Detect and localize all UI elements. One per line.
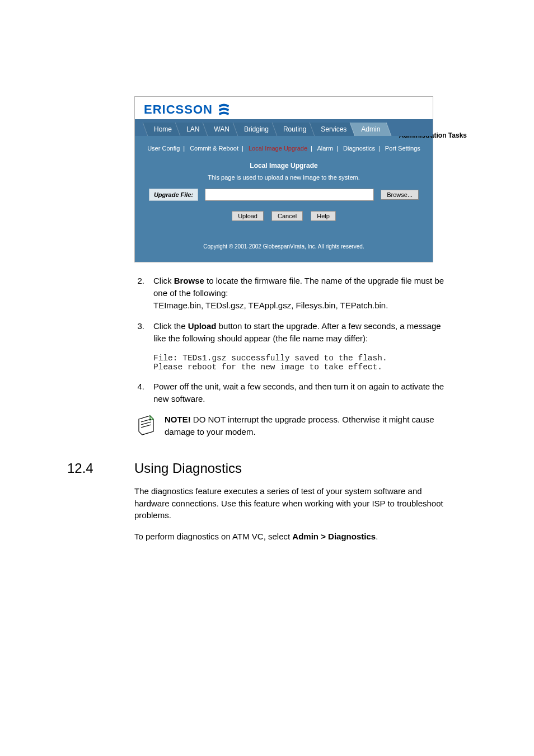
tab-bridging[interactable]: Bridging (235, 123, 278, 136)
separator: | (238, 145, 247, 152)
body-paragraph-2: To perform diagnostics on ATM VC, select… (134, 530, 444, 543)
section-heading: 12.4 Using Diagnostics (134, 461, 467, 476)
panel-title: Local Image Upgrade (135, 158, 433, 173)
step-text: Power off the unit, wait a few seconds, … (153, 381, 444, 405)
text: TEImage.bin, TEDsl.gsz, TEAppl.gsz, File… (153, 300, 388, 310)
screenshot-panel: ERICSSON Home LAN WAN Bridging Routing S… (134, 96, 433, 262)
tab-label: Services (321, 125, 346, 133)
subnav-port-settings[interactable]: Port Settings (385, 145, 420, 152)
main-tabs: Home LAN WAN Bridging Routing Services A… (135, 119, 433, 136)
section-number: 12.4 (67, 461, 114, 476)
step-number: 3. (134, 320, 144, 345)
step-2: 2. Click Browse to locate the firmware f… (134, 275, 444, 311)
separator: | (375, 145, 383, 152)
upgrade-file-label: Upgrade File: (149, 189, 198, 201)
tab-label: Routing (283, 125, 306, 133)
text: To perform diagnostics on ATM VC, select (134, 532, 292, 541)
bold-text: Upload (188, 321, 217, 331)
note-text: NOTE! DO NOT interrupt the upgrade proce… (165, 414, 444, 438)
bold-text: Browse (174, 276, 204, 285)
subnav: User Config| Commit & Reboot| Local Imag… (135, 136, 433, 158)
brand-header: ERICSSON (135, 97, 433, 119)
text: Click (153, 276, 174, 285)
note-bold: NOTE! (165, 415, 191, 424)
note-block: NOTE! DO NOT interrupt the upgrade proce… (134, 414, 444, 438)
bold-text: Admin > Diagnostics (292, 532, 376, 541)
subnav-commit-reboot[interactable]: Commit & Reboot (190, 145, 238, 152)
help-button[interactable]: Help (311, 211, 336, 221)
separator: | (333, 145, 341, 152)
separator: | (307, 145, 316, 152)
tab-label: Admin (361, 125, 380, 133)
tab-routing[interactable]: Routing (274, 123, 315, 136)
browse-button[interactable]: Browse... (381, 190, 419, 200)
body-paragraph-1: The diagnostics feature executes a serie… (134, 485, 444, 522)
cancel-button[interactable]: Cancel (271, 211, 303, 221)
panel-buttons: Upload Cancel Help (135, 211, 433, 238)
step-3: 3. Click the Upload button to start the … (134, 320, 444, 345)
step-text: Click Browse to locate the firmware file… (153, 275, 444, 311)
tab-services[interactable]: Services (312, 123, 355, 136)
step-number: 4. (134, 381, 144, 405)
upgrade-file-input[interactable] (205, 189, 374, 201)
code-block: File: TEDs1.gsz successfully saved to th… (153, 354, 444, 372)
text: Click the (153, 321, 188, 331)
panel-subtitle: This page is used to upload a new image … (135, 173, 433, 189)
step-number: 2. (134, 275, 144, 311)
note-icon (134, 414, 157, 436)
section-title: Using Diagnostics (134, 461, 242, 476)
subnav-local-image-upgrade[interactable]: Local Image Upgrade (249, 145, 307, 152)
upgrade-row: Upgrade File: Browse... (135, 189, 433, 211)
tab-admin[interactable]: Admin (352, 123, 389, 136)
step-4: 4. Power off the unit, wait a few second… (134, 381, 444, 405)
brand-logo-icon (217, 103, 231, 116)
text: DO NOT interrupt the upgrade process. Ot… (165, 415, 434, 436)
subnav-alarm[interactable]: Alarm (317, 145, 333, 152)
tab-label: Bridging (244, 125, 269, 133)
separator: | (180, 145, 188, 152)
subnav-user-config[interactable]: User Config (147, 145, 180, 152)
copyright-text: Copyright © 2001-2002 GlobespanVirata, I… (135, 238, 433, 254)
subnav-diagnostics[interactable]: Diagnostics (343, 145, 375, 152)
tab-label: LAN (186, 125, 199, 133)
upload-button[interactable]: Upload (232, 211, 264, 221)
tab-label: WAN (214, 125, 229, 133)
tab-label: Home (154, 125, 172, 133)
brand-text: ERICSSON (144, 102, 213, 117)
text: . (376, 532, 378, 541)
step-text: Click the Upload button to start the upg… (153, 320, 444, 345)
